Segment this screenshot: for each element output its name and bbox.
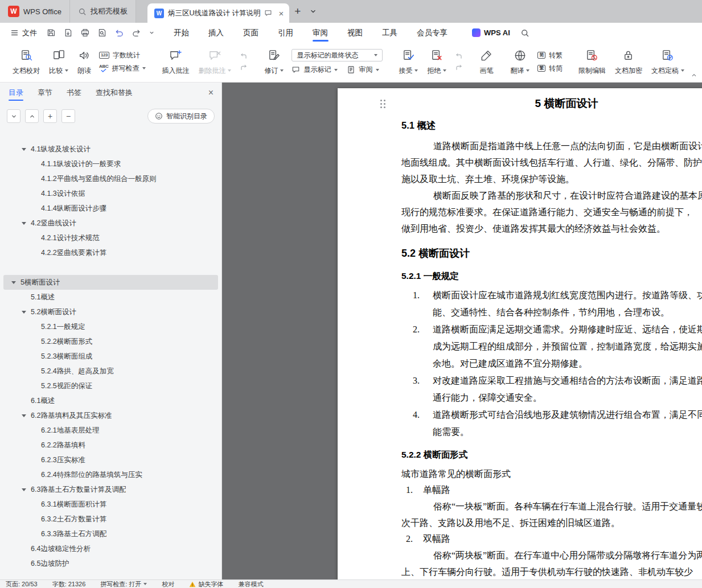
doc-proofread-button[interactable]: 文档校对 (8, 45, 44, 79)
markup-state-select[interactable]: 显示标记的最终状态 (292, 49, 383, 61)
save-button[interactable] (46, 28, 56, 38)
toc-item[interactable]: 5.1概述 (3, 290, 218, 305)
menu-tab[interactable]: 插入 (199, 23, 233, 43)
toc-item[interactable]: 5.2横断面设计 (3, 305, 218, 319)
toc-item[interactable]: 6.2.1地基表层处理 (3, 423, 218, 438)
proofread-status[interactable]: 校对 (162, 580, 174, 588)
menu-tab[interactable]: 会员专享 (407, 23, 457, 43)
toc-expand-caret-icon[interactable] (22, 148, 31, 151)
menu-tab[interactable]: 页面 (233, 23, 268, 43)
tab-template-search[interactable]: 找稻壳模板 (70, 0, 136, 23)
menu-tab[interactable]: 视图 (338, 23, 372, 43)
menu-tab-active[interactable]: 审阅 (303, 23, 338, 43)
compat-mode-status[interactable]: 兼容模式 (238, 580, 263, 588)
export-pdf-button[interactable] (63, 28, 73, 38)
sidebar-tab[interactable]: 章节 (38, 83, 52, 103)
toc-item[interactable]: 6.2.2路基填料 (3, 438, 218, 453)
finalize-button[interactable]: 文档定稿 (647, 45, 689, 79)
toc-item[interactable]: 6.5边坡防护 (3, 556, 218, 571)
wps-ai-button[interactable]: WPS AI (472, 28, 510, 37)
previous-comment-button[interactable] (239, 52, 248, 60)
translate-button[interactable]: 翻译 (506, 45, 534, 79)
redo-button[interactable] (132, 28, 141, 38)
document-canvas[interactable]: 5 横断面设计 5.1 概述道路横断面是指道路中线上任意一点的法向切面，它是由横… (222, 83, 702, 579)
collapse-all-button[interactable] (25, 109, 39, 123)
toc-item[interactable]: 5.2.2横断面形式 (3, 334, 218, 349)
toc-expand-caret-icon[interactable] (22, 414, 31, 417)
next-comment-button[interactable] (239, 64, 248, 72)
close-sidebar-icon[interactable]: × (208, 83, 214, 103)
new-tab-button[interactable]: + (289, 0, 306, 23)
show-markup-button[interactable]: 显示标记 (292, 65, 338, 75)
to-simplified-button[interactable]: 繁 转简 (537, 64, 563, 73)
toc-item[interactable]: 4.1纵坡及坡长设计 (3, 142, 218, 157)
document-page[interactable]: 5 横断面设计 5.1 概述道路横断面是指道路中线上任意一点的法向切面，它是由横… (338, 88, 702, 579)
sidebar-tab[interactable]: 书签 (67, 83, 81, 103)
accept-button[interactable]: 接受 (394, 45, 422, 79)
toc-item[interactable]: 5.2.4路拱、超高及加宽 (3, 364, 218, 379)
toc-item[interactable]: 5横断面设计 (3, 275, 218, 290)
review-menu-button[interactable]: 审阅 (347, 65, 379, 75)
menu-tab[interactable]: 开始 (164, 23, 199, 43)
toc-item[interactable]: 4.1.3设计依据 (3, 186, 218, 201)
word-count-status[interactable]: 字数: 21326 (52, 580, 86, 588)
tab-wps-office[interactable]: W WPS Office (0, 0, 70, 23)
expand-all-button[interactable] (7, 109, 20, 123)
insert-comment-button[interactable]: 插入批注 (157, 45, 194, 79)
toc-item[interactable]: 6.3路基土石方数量计算及调配 (3, 482, 218, 497)
restrict-editing-button[interactable]: 限制编辑 (574, 45, 610, 79)
toc-item[interactable]: 5.2.3横断面组成 (3, 349, 218, 364)
menu-tab[interactable]: 工具 (372, 23, 407, 43)
toc-item[interactable]: 5.2.1一般规定 (3, 319, 218, 334)
print-button[interactable] (80, 28, 90, 38)
toc-item[interactable]: 4.1.1纵坡设计的一般要求 (3, 157, 218, 171)
word-count-button[interactable]: 123 字数统计 (99, 51, 146, 60)
toc-item[interactable]: 4.2.1设计技术规范 (3, 231, 218, 245)
redo-dropdown-chevron-icon[interactable] (149, 30, 155, 36)
zoom-in-toc-button[interactable]: + (43, 109, 57, 123)
next-change-button[interactable] (454, 64, 463, 72)
toc-item[interactable]: 6.2.3压实标准 (3, 453, 218, 467)
toc-item[interactable]: 4.2.2竖曲线要素计算 (3, 245, 218, 260)
reject-button[interactable]: 拒绝 (422, 45, 451, 79)
menu-tab[interactable]: 引用 (268, 23, 303, 43)
toc-item[interactable]: 6.3.2土石方数量计算 (3, 512, 218, 527)
drag-handle-icon[interactable] (380, 100, 386, 109)
zoom-out-toc-button[interactable]: − (61, 109, 75, 123)
toc-item[interactable]: 4.1.2平曲线与竖曲线的组合一般原则 (3, 171, 218, 186)
toc-item[interactable]: 6.4边坡稳定性分析 (3, 541, 218, 556)
encrypt-button[interactable]: 文档加密 (610, 45, 647, 79)
print-preview-button[interactable] (97, 28, 107, 38)
spell-check-button[interactable]: ABC 拼写检查 (99, 64, 146, 73)
read-aloud-button[interactable]: 朗读 (73, 45, 96, 79)
undo-button[interactable] (114, 28, 124, 38)
toc-item[interactable]: 6.2.4特殊部位的路基填筑与压实 (3, 467, 218, 482)
smart-toc-button[interactable]: 智能识别目录 (147, 109, 215, 124)
compare-button[interactable]: 比较 (44, 45, 73, 79)
toc-expand-caret-icon[interactable] (22, 488, 31, 491)
toc-expand-caret-icon[interactable] (22, 311, 31, 314)
toc-item[interactable]: 6.3.3路基土石方调配 (3, 527, 218, 541)
tab-list-chevron-icon[interactable] (306, 0, 321, 23)
to-traditional-button[interactable]: 简 转繁 (537, 51, 563, 60)
sidebar-tab[interactable]: 目录 (9, 83, 23, 103)
previous-change-button[interactable] (454, 52, 463, 60)
ink-pen-button[interactable]: 画笔 (475, 45, 498, 79)
toc-item[interactable]: 4.2竖曲线设计 (3, 216, 218, 231)
file-menu[interactable]: 文件 (7, 28, 40, 38)
toc-item[interactable]: 4.1.4纵断面设计步骤 (3, 201, 218, 216)
close-tab-icon[interactable]: × (278, 9, 284, 18)
toc-item[interactable]: 5.2.5视距的保证 (3, 379, 218, 393)
sidebar-tab[interactable]: 查找和替换 (96, 83, 133, 103)
toc-expand-caret-icon[interactable] (22, 222, 31, 225)
collapse-ribbon-button[interactable] (691, 72, 697, 79)
toc-expand-caret-icon[interactable] (11, 281, 20, 284)
search-icon[interactable] (520, 28, 529, 38)
track-changes-button[interactable]: 修订 (260, 45, 288, 79)
delete-comment-button[interactable]: 删除批注 (194, 45, 236, 79)
page-indicator[interactable]: 页面: 20/53 (6, 580, 38, 588)
spellcheck-status[interactable]: 拼写检查: 打开 (100, 580, 147, 588)
tab-document-active[interactable]: W 炳三区U线道路设计 计算说明 × (147, 3, 289, 23)
toc-item[interactable]: 6.2路基填料及其压实标准 (3, 408, 218, 423)
toc-item[interactable]: 6.1概述 (3, 393, 218, 408)
